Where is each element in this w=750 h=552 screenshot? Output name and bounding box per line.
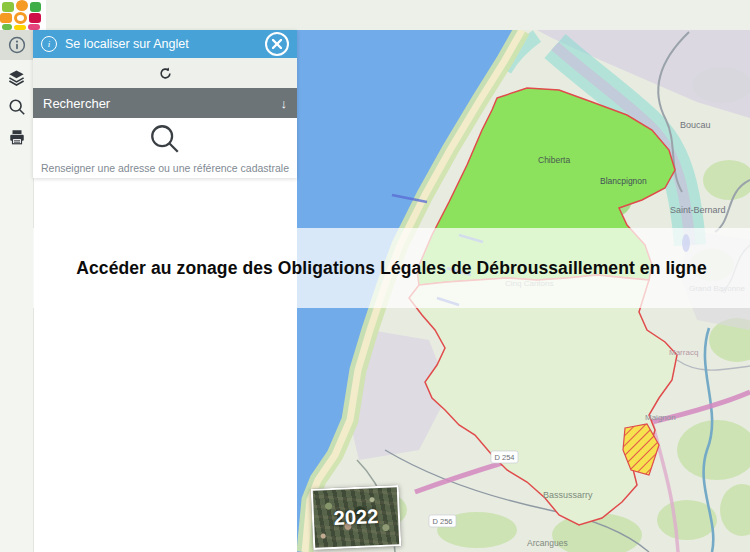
sidebar-layers-button[interactable] xyxy=(0,62,33,92)
top-bar xyxy=(0,0,750,30)
sidebar-info-button[interactable] xyxy=(0,30,33,60)
close-icon xyxy=(272,39,282,49)
search-accordion-label: Rechercher xyxy=(43,96,281,111)
basemap-year-thumbnail[interactable]: 2022 xyxy=(311,485,402,550)
layers-icon xyxy=(7,68,26,87)
refresh-row xyxy=(33,58,297,88)
search-prompt-text: Renseigner une adresse ou une référence … xyxy=(33,162,297,174)
map-label: Blancpignon xyxy=(600,176,647,186)
map-label: Arcangues xyxy=(527,538,568,548)
sidebar-print-button[interactable] xyxy=(0,122,33,152)
basemap-year-label: 2022 xyxy=(333,505,378,530)
map-label: Boucau xyxy=(680,120,711,130)
map-label: Bassussarry xyxy=(543,490,593,500)
logo-cell xyxy=(14,12,27,24)
locate-panel-title: Se localiser sur Anglet xyxy=(65,37,265,51)
logo-cell xyxy=(30,2,41,12)
title-banner: Accéder au zonage des Obligations Légale… xyxy=(33,228,750,308)
logo-cell xyxy=(29,13,41,23)
refresh-icon[interactable] xyxy=(158,66,173,81)
map-label: Chiberta xyxy=(538,155,570,165)
road-badge: D 254 xyxy=(494,453,514,462)
info-icon xyxy=(8,36,26,54)
logo-cell xyxy=(0,13,12,23)
road-badge: D 256 xyxy=(432,517,452,526)
map-label: Saint-Bernard xyxy=(670,205,726,215)
toolbar-sidebar xyxy=(0,30,34,552)
map-label: Marracq xyxy=(669,348,698,357)
chevron-down-icon: ↓ xyxy=(281,96,288,111)
locate-panel: i Se localiser sur Anglet Rechercher ↓ R… xyxy=(33,30,297,178)
close-button[interactable] xyxy=(265,32,289,56)
banner-text: Accéder au zonage des Obligations Légale… xyxy=(76,258,706,279)
sidebar-search-button[interactable] xyxy=(0,92,33,122)
info-circle-icon: i xyxy=(41,36,57,52)
print-icon xyxy=(8,128,26,146)
anglet-logo[interactable] xyxy=(0,0,46,30)
search-magnifier-icon xyxy=(148,122,182,156)
map-label: Maignon xyxy=(645,413,676,422)
search-icon xyxy=(8,98,26,116)
search-accordion-header[interactable]: Rechercher ↓ xyxy=(33,88,297,118)
search-body: Renseigner une adresse ou une référence … xyxy=(33,118,297,178)
locate-panel-header[interactable]: i Se localiser sur Anglet xyxy=(33,30,297,58)
logo-cell xyxy=(16,0,28,11)
logo-cell xyxy=(2,2,14,12)
